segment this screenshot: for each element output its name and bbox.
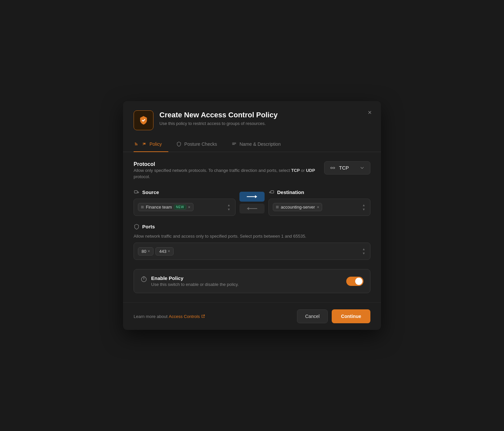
modal-subtitle: Use this policy to restrict access to gr… — [159, 121, 277, 126]
source-section: Source ⊞ Finance team NEW × ▲ ▼ — [134, 189, 235, 216]
svg-rect-2 — [134, 191, 137, 193]
ports-updown[interactable]: ▲ ▼ — [361, 247, 366, 256]
protocol-description: Allow only specified network protocols. … — [134, 167, 317, 180]
policy-icon — [134, 110, 153, 130]
footer-actions: Cancel Continue — [297, 309, 370, 323]
protocol-selected-value: TCP — [339, 165, 349, 171]
tab-posture-checks[interactable]: Posture Checks — [176, 137, 224, 152]
destination-select-box[interactable]: ⊞ accounting-server × ▲ ▼ — [269, 199, 370, 216]
source-tag-remove[interactable]: × — [188, 205, 190, 210]
modal-header: Create New Access Control Policy Use thi… — [123, 101, 381, 137]
port-443-remove[interactable]: × — [168, 249, 170, 254]
source-label: Source — [134, 189, 235, 195]
footer-learn-more: Learn more about Access Controls — [134, 314, 205, 319]
protocol-section: Protocol Allow only specified network pr… — [134, 161, 370, 180]
source-updown[interactable]: ▲ ▼ — [227, 203, 231, 212]
create-policy-modal: Create New Access Control Policy Use thi… — [123, 101, 381, 330]
modal-title: Create New Access Control Policy — [159, 110, 277, 120]
ports-description: Allow network traffic and access only to… — [134, 233, 370, 240]
header-text: Create New Access Control Policy Use thi… — [159, 110, 277, 126]
source-tag-finance: ⊞ Finance team NEW × — [138, 203, 193, 211]
tab-name-description[interactable]: Name & Description — [231, 137, 287, 152]
destination-tag-remove[interactable]: × — [317, 205, 319, 210]
svg-point-1 — [333, 167, 335, 169]
tab-posture-checks-label: Posture Checks — [184, 141, 217, 147]
arrow-forward-button[interactable] — [239, 192, 265, 202]
continue-button[interactable]: Continue — [332, 309, 370, 323]
tab-name-description-label: Name & Description — [239, 141, 281, 147]
source-tag-new-badge: NEW — [174, 205, 186, 210]
modal-body: Protocol Allow only specified network pr… — [123, 152, 381, 303]
enable-policy-description: Use this switch to enable or disable the… — [151, 282, 239, 287]
svg-rect-5 — [271, 191, 274, 193]
toggle-knob — [355, 278, 362, 285]
protocol-title: Protocol — [134, 161, 317, 167]
source-destination-row: Source ⊞ Finance team NEW × ▲ ▼ — [134, 189, 370, 216]
enable-policy-toggle[interactable] — [346, 277, 363, 286]
port-tag-443: 443 × — [155, 247, 174, 255]
ports-input-box[interactable]: 80 × 443 × ▲ ▼ — [134, 243, 370, 260]
arrow-backward-button[interactable] — [239, 204, 265, 214]
destination-label: Destination — [269, 189, 370, 195]
port-80-remove[interactable]: × — [147, 249, 150, 254]
destination-updown[interactable]: ▲ ▼ — [361, 203, 366, 212]
ports-label: Ports — [134, 224, 370, 230]
ports-tags: 80 × 443 × — [138, 247, 174, 255]
destination-tag-server: ⊞ accounting-server × — [273, 203, 322, 211]
ports-title: Ports — [142, 224, 155, 229]
enable-policy-title: Enable Policy — [151, 275, 239, 281]
cancel-button[interactable]: Cancel — [297, 309, 328, 323]
destination-tags: ⊞ accounting-server × — [273, 203, 322, 211]
svg-point-0 — [331, 167, 333, 169]
protocol-dropdown[interactable]: TCP — [324, 161, 370, 175]
source-select-box[interactable]: ⊞ Finance team NEW × ▲ ▼ — [134, 199, 235, 216]
ports-section: Ports Allow network traffic and access o… — [134, 224, 370, 260]
destination-section: Destination ⊞ accounting-server × ▲ ▼ — [269, 189, 370, 216]
tabs-bar: Policy Posture Checks Name & Description — [123, 137, 381, 152]
port-tag-80: 80 × — [138, 247, 153, 255]
tab-policy[interactable]: Policy — [134, 137, 168, 152]
enable-policy-section: Enable Policy Use this switch to enable … — [134, 269, 370, 293]
tab-policy-label: Policy — [149, 141, 162, 147]
enable-policy-left: Enable Policy Use this switch to enable … — [141, 275, 239, 287]
modal-footer: Learn more about Access Controls Cancel … — [123, 302, 381, 330]
destination-tag-name: accounting-server — [281, 205, 315, 210]
source-tags: ⊞ Finance team NEW × — [138, 203, 193, 211]
access-controls-link[interactable]: Access Controls — [169, 314, 205, 319]
source-tag-name: Finance team — [146, 205, 172, 210]
direction-arrows — [239, 192, 265, 214]
close-button[interactable]: × — [366, 108, 373, 117]
